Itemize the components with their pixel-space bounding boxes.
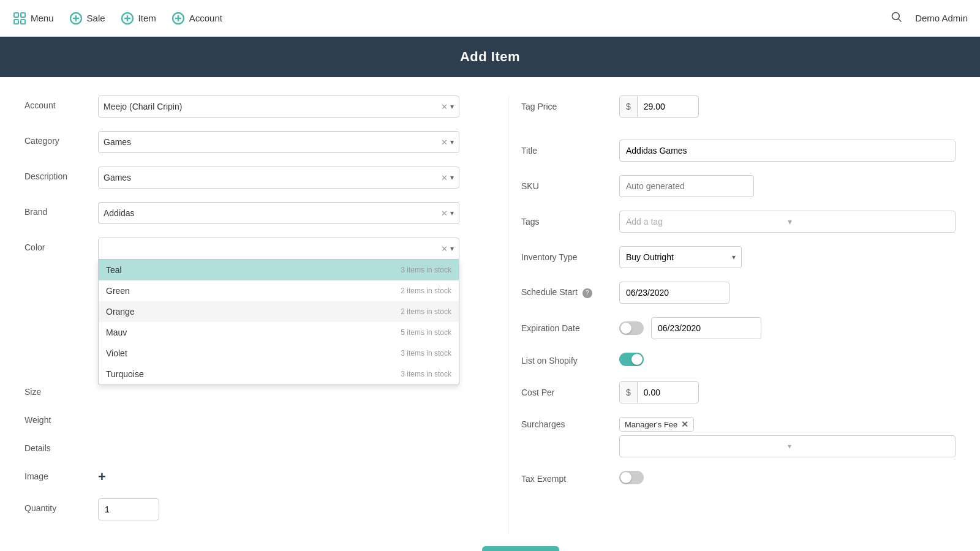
color-input[interactable] — [104, 244, 441, 253]
surcharge-manager-fee-tag: Manager's Fee ✕ — [619, 417, 694, 432]
item-nav[interactable]: Item — [120, 11, 156, 26]
color-dropdown: Teal 3 items in stock Green 2 items in s… — [98, 260, 459, 385]
surcharges-dropdown[interactable]: ▾ — [619, 435, 956, 457]
cost-per-input[interactable] — [638, 388, 699, 397]
svg-rect-2 — [14, 20, 18, 24]
surcharges-dropdown-arrow[interactable]: ▾ — [788, 442, 949, 451]
tag-price-input-wrap: $ — [619, 96, 699, 118]
tax-exempt-label: Tax Exempt — [521, 474, 619, 484]
description-value: Games — [104, 173, 441, 182]
inventory-type-select-wrap: Buy Outright Consignment Trade — [619, 246, 742, 268]
svg-rect-1 — [21, 13, 25, 17]
image-field-label: Image — [24, 467, 98, 481]
brand-clear-button[interactable]: ✕ — [441, 209, 448, 218]
expiration-date-input[interactable] — [652, 323, 761, 333]
description-select[interactable]: Games ✕ ▾ — [98, 167, 459, 189]
title-row: Title — [521, 140, 956, 162]
search-button[interactable] — [891, 11, 903, 25]
color-select[interactable]: ✕ ▾ — [98, 238, 459, 260]
description-row: Description Games ✕ ▾ — [24, 167, 459, 189]
account-nav[interactable]: Account — [171, 11, 222, 26]
color-dropdown-arrow[interactable]: ▾ — [450, 244, 454, 253]
account-clear-button[interactable]: ✕ — [441, 102, 448, 111]
inventory-type-select[interactable]: Buy Outright Consignment Trade — [619, 246, 742, 268]
color-option-mauv-stock: 5 items in stock — [401, 328, 451, 337]
description-clear-button[interactable]: ✕ — [441, 173, 448, 182]
sale-label: Sale — [87, 13, 105, 23]
tags-select[interactable]: Add a tag ▾ — [619, 211, 956, 233]
color-option-orange-stock: 2 items in stock — [401, 307, 451, 316]
category-clear-button[interactable]: ✕ — [441, 138, 448, 147]
category-control: Games ✕ ▾ — [98, 131, 459, 153]
schedule-start-input-wrap: ⊗ — [619, 282, 729, 304]
color-option-turquoise-label: Turquoise — [106, 369, 144, 379]
svg-point-13 — [892, 13, 900, 20]
list-shopify-row: List on Shopify — [521, 353, 956, 368]
quantity-input[interactable] — [98, 498, 159, 520]
tags-control: Add a tag ▾ — [619, 211, 956, 233]
color-clear-button[interactable]: ✕ — [441, 244, 448, 253]
title-control — [619, 140, 956, 162]
sale-nav[interactable]: Sale — [69, 11, 105, 26]
tags-label: Tags — [521, 217, 619, 227]
add-image-button[interactable]: + — [98, 469, 106, 485]
expiration-date-toggle-thumb — [620, 323, 631, 334]
category-value: Games — [104, 137, 441, 147]
brand-select[interactable]: Addidas ✕ ▾ — [98, 202, 459, 224]
color-option-orange[interactable]: Orange 2 items in stock — [99, 301, 459, 322]
tag-price-control: $ — [619, 96, 956, 118]
category-dropdown-arrow[interactable]: ▾ — [450, 138, 454, 146]
surcharge-manager-fee-remove[interactable]: ✕ — [681, 419, 688, 429]
cost-per-label: Cost Per — [521, 388, 619, 397]
color-option-turquoise[interactable]: Turquoise 3 items in stock — [99, 364, 459, 384]
brand-field-label: Brand — [24, 202, 98, 217]
item-icon — [120, 11, 135, 26]
expiration-date-toggle[interactable] — [619, 321, 644, 335]
cost-per-row: Cost Per $ — [521, 381, 956, 403]
tag-price-symbol: $ — [620, 96, 638, 117]
tax-exempt-control — [619, 471, 956, 486]
svg-rect-3 — [21, 20, 25, 24]
schedule-start-input[interactable] — [620, 288, 729, 298]
tax-exempt-toggle[interactable] — [619, 471, 644, 484]
schedule-start-control: ⊗ — [619, 282, 956, 304]
brand-dropdown-arrow[interactable]: ▾ — [450, 209, 454, 217]
category-select[interactable]: Games ✕ ▾ — [98, 131, 459, 153]
color-option-green-label: Green — [106, 286, 130, 296]
account-select[interactable]: Meejo (Charil Cripin) ✕ ▾ — [98, 96, 459, 118]
surcharges-label: Surcharges — [521, 417, 619, 429]
tags-dropdown-arrow[interactable]: ▾ — [788, 217, 949, 227]
tax-exempt-toggle-thumb — [620, 472, 631, 483]
account-dropdown-arrow[interactable]: ▾ — [450, 102, 454, 111]
color-option-mauv[interactable]: Mauv 5 items in stock — [99, 322, 459, 343]
category-row: Category Games ✕ ▾ — [24, 131, 459, 153]
sku-input[interactable] — [619, 175, 754, 197]
save-item-button[interactable]: Save Item — [482, 546, 559, 551]
account-label: Account — [189, 13, 222, 23]
search-icon — [891, 11, 903, 23]
inventory-type-row: Inventory Type Buy Outright Consignment … — [521, 246, 956, 268]
schedule-start-help-icon[interactable]: ? — [582, 288, 592, 298]
weight-row: Weight — [24, 410, 459, 425]
tag-price-row: Tag Price $ — [521, 96, 956, 118]
tags-row: Tags Add a tag ▾ — [521, 211, 956, 233]
surcharges-row: Surcharges Manager's Fee ✕ ▾ — [521, 417, 956, 457]
color-option-violet[interactable]: Violet 3 items in stock — [99, 343, 459, 364]
title-input[interactable] — [619, 140, 956, 162]
color-option-green[interactable]: Green 2 items in stock — [99, 280, 459, 301]
inventory-type-label: Inventory Type — [521, 252, 619, 262]
list-shopify-toggle[interactable] — [619, 353, 644, 366]
color-option-teal[interactable]: Teal 3 items in stock — [99, 260, 459, 280]
surcharge-manager-fee-label: Manager's Fee — [625, 420, 677, 429]
color-option-orange-label: Orange — [106, 307, 135, 317]
description-dropdown-arrow[interactable]: ▾ — [450, 173, 454, 182]
expiration-date-row: Expiration Date ⊙ — [521, 317, 956, 339]
color-row: Color ✕ ▾ Teal 3 items in stock — [24, 238, 459, 260]
item-label: Item — [138, 13, 156, 23]
size-field-label: Size — [24, 382, 98, 397]
menu-nav[interactable]: Menu — [12, 11, 54, 26]
tag-price-input[interactable] — [638, 102, 699, 111]
color-option-violet-stock: 3 items in stock — [401, 349, 451, 358]
account-field-label: Account — [24, 96, 98, 110]
details-row: Details — [24, 438, 459, 453]
